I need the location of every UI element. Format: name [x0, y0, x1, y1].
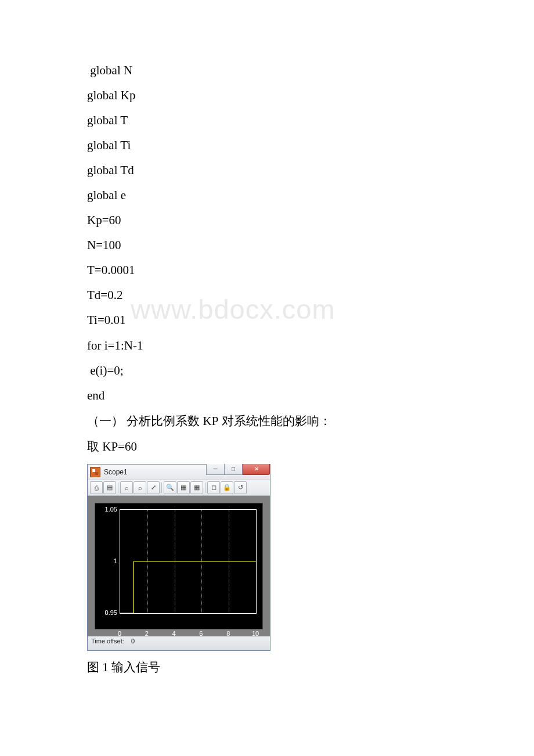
toolbar-separator [118, 483, 118, 493]
code-line: for i=1:N-1 [87, 333, 453, 358]
caption-text: 输入信号 [109, 660, 160, 674]
caption-prefix: 图 [87, 660, 102, 674]
code-line: Kp=60 [87, 208, 453, 233]
figure-caption: 图 1 输入信号 [87, 659, 453, 675]
caption-number: 1 [102, 660, 109, 674]
code-line: e(i)=0; [87, 358, 453, 383]
code-line: end [87, 383, 453, 408]
chart-xtick: 0 [118, 630, 121, 637]
scope-statusbar: Time offset: 0 [88, 636, 270, 650]
find-icon[interactable]: 🔍 [164, 481, 176, 494]
print-icon[interactable]: ⎙ [90, 481, 103, 494]
scope-plot-area: 0.9511.050246810 [88, 496, 270, 636]
close-button[interactable]: ✕ [243, 464, 270, 475]
float-icon[interactable]: ◻ [207, 481, 220, 494]
take-line: 取 KP=60 [87, 434, 453, 459]
zoom-reset-icon[interactable]: ⤢ [147, 481, 160, 494]
cursor-icon[interactable]: ▦ [190, 481, 203, 494]
chart-ytick: 1.05 [94, 506, 117, 513]
chart-ytick: 1 [94, 557, 117, 564]
code-line: N=100 [87, 233, 453, 258]
take-prefix: 取 [87, 440, 102, 453]
chart-xtick: 6 [199, 630, 203, 637]
scope-title: Scope1 [104, 468, 128, 476]
toolbar-separator [161, 483, 162, 493]
section-heading: （一） 分析比例系数 KP 对系统性能的影响： [87, 408, 453, 434]
restore-icon[interactable]: ↺ [234, 481, 247, 494]
code-line: global Ti [87, 133, 453, 158]
code-block: global N global Kp global T global Ti gl… [87, 58, 453, 408]
section-suffix: 对系统性能的影响： [218, 414, 331, 428]
chart-ytick: 0.95 [94, 609, 117, 616]
code-line: global T [87, 108, 453, 133]
chart-xtick: 10 [252, 630, 259, 637]
lock-icon[interactable]: 🔒 [221, 481, 233, 494]
params-icon[interactable]: ▤ [103, 481, 116, 494]
code-line: global N [87, 58, 453, 83]
minimize-button[interactable]: ─ [206, 464, 225, 475]
scope-toolbar: ⎙ ▤ ⌕ ⌕ ⤢ 🔍 ▦ ▦ ◻ 🔒 ↺ [88, 480, 270, 496]
status-value: 0 [131, 638, 135, 645]
chart-series [120, 510, 256, 613]
scope-window: Scope1 ─ □ ✕ ⎙ ▤ ⌕ ⌕ ⤢ 🔍 ▦ ▦ ◻ 🔒 ↺ [87, 464, 270, 651]
take-value: KP=60 [102, 440, 137, 453]
code-line: Ti=0.01 [87, 308, 453, 333]
chart-xtick: 2 [145, 630, 149, 637]
scope-titlebar: Scope1 ─ □ ✕ [88, 465, 270, 480]
chart-axes [120, 509, 257, 614]
maximize-button[interactable]: □ [225, 464, 243, 475]
window-buttons: ─ □ ✕ [206, 464, 270, 475]
code-line: global Kp [87, 83, 453, 108]
code-line: global e [87, 183, 453, 208]
zoom-out-icon[interactable]: ⌕ [134, 481, 146, 494]
chart: 0.9511.050246810 [95, 503, 263, 629]
code-line: global Td [87, 158, 453, 183]
code-line: T=0.0001 [87, 258, 453, 283]
status-label: Time offset: [91, 638, 124, 645]
section-prefix: （一） 分析比例系数 [87, 414, 203, 428]
toolbar-separator [205, 483, 205, 493]
document-page: global N global Kp global T global Ti gl… [0, 0, 534, 710]
zoom-in-icon[interactable]: ⌕ [120, 481, 133, 494]
code-line: Td=0.2 [87, 283, 453, 308]
data-linking-icon[interactable]: ▦ [177, 481, 190, 494]
chart-xtick: 4 [172, 630, 176, 637]
matlab-icon [90, 467, 100, 477]
section-kp: KP [203, 414, 219, 428]
chart-xtick: 8 [226, 630, 230, 637]
